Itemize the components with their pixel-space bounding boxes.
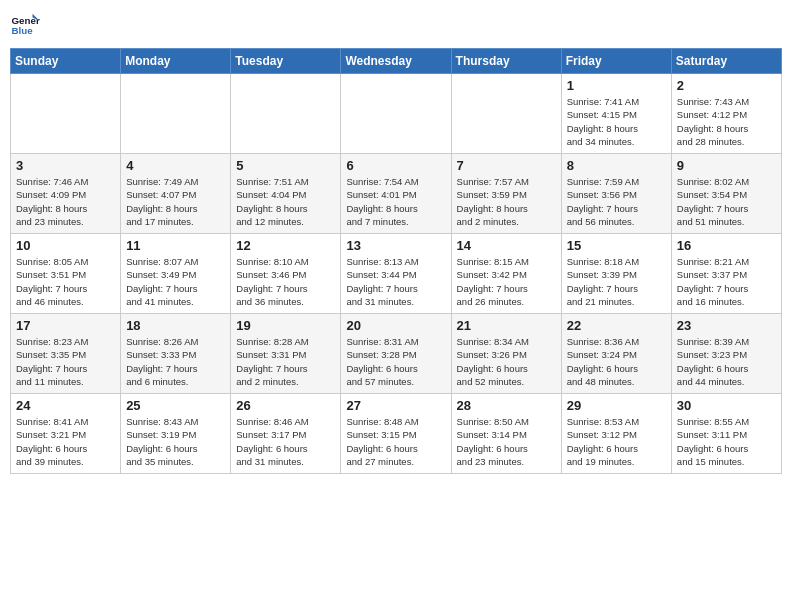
day-number: 26 — [236, 398, 335, 413]
day-header-thursday: Thursday — [451, 49, 561, 74]
calendar-header-row: SundayMondayTuesdayWednesdayThursdayFrid… — [11, 49, 782, 74]
week-row-4: 24Sunrise: 8:41 AM Sunset: 3:21 PM Dayli… — [11, 394, 782, 474]
day-info: Sunrise: 8:31 AM Sunset: 3:28 PM Dayligh… — [346, 335, 445, 388]
day-info: Sunrise: 8:28 AM Sunset: 3:31 PM Dayligh… — [236, 335, 335, 388]
day-info: Sunrise: 7:54 AM Sunset: 4:01 PM Dayligh… — [346, 175, 445, 228]
day-number: 21 — [457, 318, 556, 333]
calendar-cell: 15Sunrise: 8:18 AM Sunset: 3:39 PM Dayli… — [561, 234, 671, 314]
calendar-cell — [231, 74, 341, 154]
day-number: 7 — [457, 158, 556, 173]
day-number: 5 — [236, 158, 335, 173]
week-row-3: 17Sunrise: 8:23 AM Sunset: 3:35 PM Dayli… — [11, 314, 782, 394]
day-number: 15 — [567, 238, 666, 253]
day-number: 18 — [126, 318, 225, 333]
day-info: Sunrise: 8:46 AM Sunset: 3:17 PM Dayligh… — [236, 415, 335, 468]
calendar-cell: 18Sunrise: 8:26 AM Sunset: 3:33 PM Dayli… — [121, 314, 231, 394]
day-info: Sunrise: 8:10 AM Sunset: 3:46 PM Dayligh… — [236, 255, 335, 308]
day-info: Sunrise: 8:53 AM Sunset: 3:12 PM Dayligh… — [567, 415, 666, 468]
calendar-cell: 10Sunrise: 8:05 AM Sunset: 3:51 PM Dayli… — [11, 234, 121, 314]
day-info: Sunrise: 8:48 AM Sunset: 3:15 PM Dayligh… — [346, 415, 445, 468]
day-number: 30 — [677, 398, 776, 413]
calendar-cell: 6Sunrise: 7:54 AM Sunset: 4:01 PM Daylig… — [341, 154, 451, 234]
day-number: 14 — [457, 238, 556, 253]
calendar-cell: 20Sunrise: 8:31 AM Sunset: 3:28 PM Dayli… — [341, 314, 451, 394]
calendar-cell — [341, 74, 451, 154]
calendar-cell: 11Sunrise: 8:07 AM Sunset: 3:49 PM Dayli… — [121, 234, 231, 314]
calendar-cell: 21Sunrise: 8:34 AM Sunset: 3:26 PM Dayli… — [451, 314, 561, 394]
calendar-cell: 5Sunrise: 7:51 AM Sunset: 4:04 PM Daylig… — [231, 154, 341, 234]
day-number: 17 — [16, 318, 115, 333]
day-number: 22 — [567, 318, 666, 333]
day-header-wednesday: Wednesday — [341, 49, 451, 74]
calendar-cell: 27Sunrise: 8:48 AM Sunset: 3:15 PM Dayli… — [341, 394, 451, 474]
calendar-cell: 14Sunrise: 8:15 AM Sunset: 3:42 PM Dayli… — [451, 234, 561, 314]
day-info: Sunrise: 7:46 AM Sunset: 4:09 PM Dayligh… — [16, 175, 115, 228]
day-header-saturday: Saturday — [671, 49, 781, 74]
day-info: Sunrise: 8:43 AM Sunset: 3:19 PM Dayligh… — [126, 415, 225, 468]
day-info: Sunrise: 8:07 AM Sunset: 3:49 PM Dayligh… — [126, 255, 225, 308]
calendar-cell: 28Sunrise: 8:50 AM Sunset: 3:14 PM Dayli… — [451, 394, 561, 474]
day-info: Sunrise: 8:13 AM Sunset: 3:44 PM Dayligh… — [346, 255, 445, 308]
week-row-2: 10Sunrise: 8:05 AM Sunset: 3:51 PM Dayli… — [11, 234, 782, 314]
day-info: Sunrise: 8:55 AM Sunset: 3:11 PM Dayligh… — [677, 415, 776, 468]
calendar-cell: 3Sunrise: 7:46 AM Sunset: 4:09 PM Daylig… — [11, 154, 121, 234]
calendar-cell: 8Sunrise: 7:59 AM Sunset: 3:56 PM Daylig… — [561, 154, 671, 234]
day-number: 28 — [457, 398, 556, 413]
day-info: Sunrise: 8:23 AM Sunset: 3:35 PM Dayligh… — [16, 335, 115, 388]
day-info: Sunrise: 8:15 AM Sunset: 3:42 PM Dayligh… — [457, 255, 556, 308]
day-info: Sunrise: 8:50 AM Sunset: 3:14 PM Dayligh… — [457, 415, 556, 468]
calendar-cell: 26Sunrise: 8:46 AM Sunset: 3:17 PM Dayli… — [231, 394, 341, 474]
logo-icon: General Blue — [10, 10, 40, 40]
day-number: 16 — [677, 238, 776, 253]
day-info: Sunrise: 7:41 AM Sunset: 4:15 PM Dayligh… — [567, 95, 666, 148]
calendar-cell — [11, 74, 121, 154]
calendar-cell: 24Sunrise: 8:41 AM Sunset: 3:21 PM Dayli… — [11, 394, 121, 474]
day-number: 1 — [567, 78, 666, 93]
week-row-1: 3Sunrise: 7:46 AM Sunset: 4:09 PM Daylig… — [11, 154, 782, 234]
svg-text:General: General — [12, 15, 41, 26]
day-info: Sunrise: 7:51 AM Sunset: 4:04 PM Dayligh… — [236, 175, 335, 228]
calendar-cell: 13Sunrise: 8:13 AM Sunset: 3:44 PM Dayli… — [341, 234, 451, 314]
day-number: 6 — [346, 158, 445, 173]
calendar-cell: 12Sunrise: 8:10 AM Sunset: 3:46 PM Dayli… — [231, 234, 341, 314]
calendar-table: SundayMondayTuesdayWednesdayThursdayFrid… — [10, 48, 782, 474]
day-number: 4 — [126, 158, 225, 173]
day-info: Sunrise: 8:34 AM Sunset: 3:26 PM Dayligh… — [457, 335, 556, 388]
calendar-cell: 9Sunrise: 8:02 AM Sunset: 3:54 PM Daylig… — [671, 154, 781, 234]
day-header-tuesday: Tuesday — [231, 49, 341, 74]
day-number: 10 — [16, 238, 115, 253]
svg-text:Blue: Blue — [12, 25, 34, 36]
calendar-cell: 2Sunrise: 7:43 AM Sunset: 4:12 PM Daylig… — [671, 74, 781, 154]
day-number: 11 — [126, 238, 225, 253]
logo: General Blue — [10, 10, 40, 40]
day-number: 13 — [346, 238, 445, 253]
day-info: Sunrise: 8:18 AM Sunset: 3:39 PM Dayligh… — [567, 255, 666, 308]
day-number: 24 — [16, 398, 115, 413]
day-info: Sunrise: 8:02 AM Sunset: 3:54 PM Dayligh… — [677, 175, 776, 228]
day-number: 20 — [346, 318, 445, 333]
day-info: Sunrise: 8:36 AM Sunset: 3:24 PM Dayligh… — [567, 335, 666, 388]
day-info: Sunrise: 7:43 AM Sunset: 4:12 PM Dayligh… — [677, 95, 776, 148]
day-header-friday: Friday — [561, 49, 671, 74]
day-number: 25 — [126, 398, 225, 413]
day-number: 27 — [346, 398, 445, 413]
day-number: 8 — [567, 158, 666, 173]
header: General Blue — [10, 10, 782, 40]
calendar-cell — [121, 74, 231, 154]
day-number: 19 — [236, 318, 335, 333]
day-number: 12 — [236, 238, 335, 253]
calendar-cell: 4Sunrise: 7:49 AM Sunset: 4:07 PM Daylig… — [121, 154, 231, 234]
calendar-cell: 19Sunrise: 8:28 AM Sunset: 3:31 PM Dayli… — [231, 314, 341, 394]
calendar-cell: 23Sunrise: 8:39 AM Sunset: 3:23 PM Dayli… — [671, 314, 781, 394]
day-number: 3 — [16, 158, 115, 173]
day-info: Sunrise: 8:41 AM Sunset: 3:21 PM Dayligh… — [16, 415, 115, 468]
day-number: 29 — [567, 398, 666, 413]
calendar-cell: 17Sunrise: 8:23 AM Sunset: 3:35 PM Dayli… — [11, 314, 121, 394]
calendar-cell: 1Sunrise: 7:41 AM Sunset: 4:15 PM Daylig… — [561, 74, 671, 154]
day-info: Sunrise: 7:59 AM Sunset: 3:56 PM Dayligh… — [567, 175, 666, 228]
calendar-cell: 16Sunrise: 8:21 AM Sunset: 3:37 PM Dayli… — [671, 234, 781, 314]
day-number: 9 — [677, 158, 776, 173]
calendar-cell: 22Sunrise: 8:36 AM Sunset: 3:24 PM Dayli… — [561, 314, 671, 394]
day-number: 23 — [677, 318, 776, 333]
day-info: Sunrise: 8:05 AM Sunset: 3:51 PM Dayligh… — [16, 255, 115, 308]
